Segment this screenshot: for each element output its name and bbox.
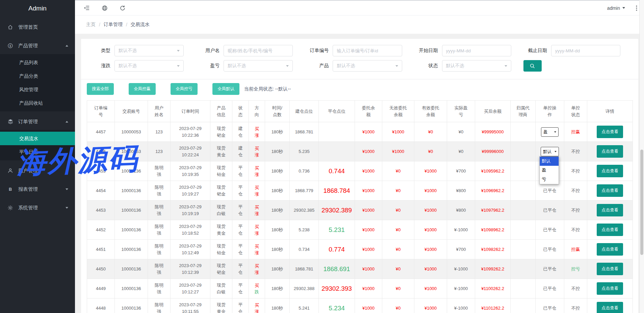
cell-control-status: 控赢: [564, 240, 587, 259]
view-detail-button[interactable]: 点击查看: [597, 302, 623, 313]
control-status-text: 不控: [571, 208, 580, 213]
direction-char: 买: [250, 145, 263, 152]
cell-period: 180秒: [265, 161, 290, 181]
updown-select[interactable]: 默认不选: [114, 60, 184, 72]
view-detail-button[interactable]: 点击查看: [597, 145, 623, 158]
cell-agent: [511, 142, 536, 161]
global-lose-button[interactable]: 全局控亏: [171, 83, 198, 95]
cell-account: 10000136: [115, 161, 148, 181]
scrollbar-track[interactable]: [639, 0, 644, 313]
filter-label: 产品: [305, 63, 333, 69]
sidebar-item-user[interactable]: 用户管理: [0, 162, 75, 179]
topbar: admin: [75, 0, 644, 16]
sidebar-subitem-product-category[interactable]: 产品分类: [0, 69, 75, 83]
dropdown-option[interactable]: 盈: [540, 166, 559, 175]
cell-status: 平 仓: [232, 298, 249, 313]
username-input[interactable]: [224, 45, 293, 56]
filter-username: 用户名: [196, 45, 305, 56]
order-no-input[interactable]: [333, 45, 402, 56]
status-select[interactable]: 默认不选: [442, 60, 511, 72]
sidebar-subitem-risk-manage[interactable]: 风控管理: [0, 83, 75, 96]
table-row: 445210000136陈明 强2023-07-29 10:18:52现货 黄金…: [87, 220, 633, 240]
user-menu[interactable]: admin: [607, 5, 625, 11]
control-status-text: 不控: [571, 168, 580, 174]
cell-product: 现货 黄金: [210, 298, 232, 313]
cell-period: 180秒: [265, 259, 290, 279]
direction-char: 涨: [250, 308, 263, 313]
cell-agent: [511, 240, 536, 259]
cell-order-no: 4456: [87, 142, 115, 161]
global-win-button[interactable]: 全局控赢: [129, 83, 156, 95]
cell-after-balance: ¥1101262.2: [475, 298, 511, 313]
refresh-icon[interactable]: [120, 5, 126, 11]
control-status-text: 不控: [571, 149, 580, 154]
end-date-input[interactable]: [551, 45, 620, 56]
view-detail-button[interactable]: 点击查看: [597, 184, 623, 197]
cell-valid-entrust: ¥1000: [414, 161, 447, 181]
search-all-button[interactable]: 搜索全部: [87, 83, 114, 95]
control-select[interactable]: 默认: [541, 147, 559, 156]
chevron-down-icon: [505, 65, 507, 67]
collapse-menu-icon[interactable]: [83, 5, 90, 11]
cell-period: 180秒: [265, 181, 290, 201]
start-date-input[interactable]: [442, 45, 511, 56]
panel: 类型默认不选用户名订单编号开始日期截止日期涨跌默认不选盈亏默认不选产品默认不选状…: [81, 39, 638, 313]
sidebar-item-home[interactable]: 管理首页: [0, 19, 75, 35]
breadcrumb-item: 订单管理: [104, 22, 123, 28]
sidebar-subitem-close-log[interactable]: 平仓日志: [0, 145, 75, 159]
view-detail-button[interactable]: 点击查看: [597, 263, 623, 275]
sidebar-item-order[interactable]: 订单管理: [0, 113, 75, 130]
sidebar-item-product[interactable]: $产品管理: [0, 37, 75, 54]
app-title: Admin: [0, 0, 75, 17]
cell-period: 180秒: [265, 240, 290, 259]
cell-control: 默认默认盈亏: [536, 142, 564, 161]
table-wrap: 订单编 号交易账号用户 姓名订单时间产品 信息状 态方 向时间/ 点数建仓点位平…: [87, 100, 633, 313]
breadcrumb-item[interactable]: 主页: [86, 22, 96, 28]
table-row: 445310000136陈明 强2023-07-29 10:19:19现货 白银…: [87, 201, 633, 220]
cell-status: 平 仓: [232, 181, 249, 201]
profit-loss-select[interactable]: 默认不选: [224, 60, 293, 72]
global-default-button[interactable]: 全局默认: [212, 83, 239, 95]
kebab-vertical-icon[interactable]: [636, 5, 637, 11]
sidebar-item-system[interactable]: 系统管理: [0, 199, 75, 216]
cell-product: 现货 铂金: [210, 161, 232, 181]
cell-invalid-entrust: ¥0: [382, 161, 414, 181]
control-status-text: 不控: [571, 227, 580, 232]
type-select[interactable]: 默认不选: [114, 45, 184, 56]
view-detail-button[interactable]: 点击查看: [597, 224, 623, 236]
dropdown-option[interactable]: 亏: [540, 175, 559, 184]
cell-invalid-entrust: ¥0: [382, 240, 414, 259]
control-text: 已平仓: [543, 247, 557, 252]
col-header: 交易账号: [115, 101, 148, 122]
globe-icon[interactable]: [102, 5, 108, 11]
cell-user-name: 陈明 强: [148, 279, 171, 298]
control-select[interactable]: 盈: [541, 127, 559, 137]
cell-detail: 点击查看: [587, 181, 633, 201]
sidebar-subitem-product-recycle[interactable]: 产品回收站: [0, 96, 75, 110]
view-detail-button[interactable]: 点击查看: [597, 165, 623, 177]
view-detail-button[interactable]: 点击查看: [597, 204, 623, 216]
cell-order-no: 4452: [87, 220, 115, 240]
select-value: 默认不选: [119, 48, 137, 54]
breadcrumb-item: 交易流水: [131, 22, 150, 28]
product-select[interactable]: 默认不选: [333, 60, 402, 72]
sidebar-subitem-product-list[interactable]: 产品列表: [0, 56, 75, 69]
cell-actual-profit: ¥800: [447, 181, 475, 201]
cell-period: 180秒: [265, 220, 290, 240]
sidebar-item-report[interactable]: B报表管理: [0, 181, 75, 198]
dropdown-option[interactable]: 默认: [540, 157, 559, 166]
view-detail-button[interactable]: 点击查看: [597, 126, 623, 138]
scrollbar-thumb[interactable]: [640, 150, 643, 255]
submenu-order: 交易流水平仓日志: [0, 130, 75, 160]
layers-icon: [7, 119, 14, 125]
view-detail-button[interactable]: 点击查看: [597, 243, 623, 256]
cell-direction: 买跌: [249, 279, 265, 298]
cell-entrust-balance: ¥1000: [355, 161, 382, 181]
cell-period: 180秒: [265, 201, 290, 220]
view-detail-button[interactable]: 点击查看: [597, 282, 623, 295]
sidebar-subitem-trade-flow[interactable]: 交易流水: [0, 132, 75, 145]
filter-label: 盈亏: [196, 63, 224, 69]
search-button[interactable]: [523, 60, 542, 72]
cell-actual-profit: ¥0: [447, 122, 475, 142]
cell-control: 盈: [536, 122, 564, 142]
